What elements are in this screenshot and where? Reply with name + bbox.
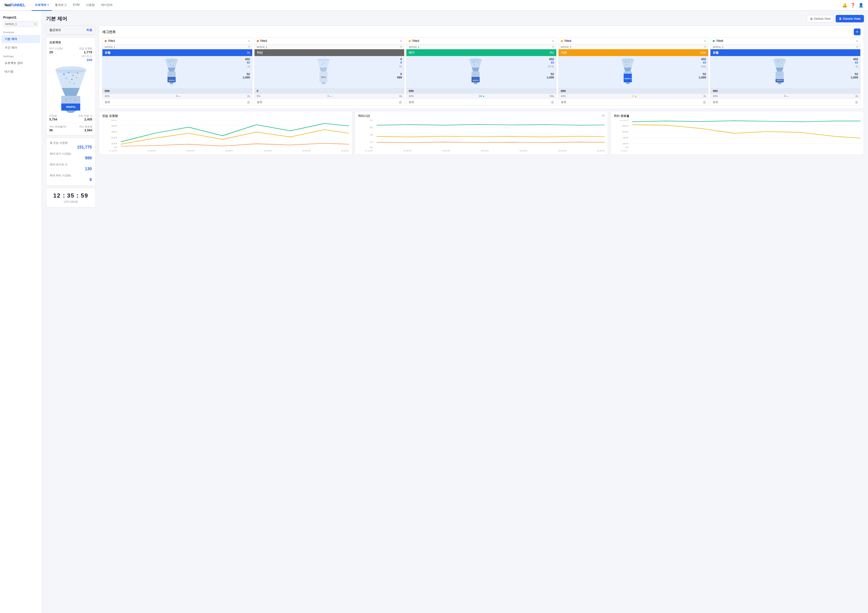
waiters-value: 103 [79, 58, 92, 62]
title1-copy-icon[interactable]: ⧉ [248, 40, 250, 42]
user-icon[interactable]: 👤 [859, 3, 863, 8]
title3-dot [409, 40, 411, 42]
max-wait-time-value: 988 [50, 156, 92, 161]
svg-text:80: 80 [623, 125, 629, 127]
title5-queue-val: 999 [713, 89, 718, 93]
svg-text:60: 60 [623, 130, 629, 133]
title2-service: serivce_1 [257, 45, 267, 48]
title1-delete[interactable]: 🗑 [247, 101, 250, 104]
title2-delete[interactable]: 🗑 [399, 101, 402, 104]
svg-point-29 [171, 74, 172, 75]
title3-service-copy[interactable]: ⧉ [552, 45, 554, 48]
svg-point-30 [173, 73, 174, 74]
nav-item-eum[interactable]: EUM [70, 0, 83, 11]
svg-point-23 [174, 62, 174, 63]
content-area: 기본 제어 ⊞ Default View ⧗ Classic View 접 [42, 11, 868, 613]
svg-point-47 [474, 73, 474, 74]
title2-top-num-blue: 0 [392, 61, 402, 64]
title2-copy-icon[interactable]: ⧉ [400, 40, 402, 42]
title3-delete[interactable]: 🗑 [551, 101, 554, 104]
bell-icon[interactable]: 🔔 [842, 3, 847, 8]
svg-text:2: 2 [370, 141, 373, 143]
svg-text:40: 40 [111, 125, 117, 127]
default-view-btn[interactable]: ⊞ Default View [807, 15, 834, 22]
svg-point-59 [778, 62, 778, 62]
svg-text:0: 0 [114, 146, 117, 149]
title5-copy-icon[interactable]: ⧉ [856, 40, 858, 42]
sidebar-item-basic-control[interactable]: 기본 제어 [2, 35, 40, 43]
title3-status-time: 85s [550, 51, 554, 54]
wait-time-value: 25 [49, 50, 63, 54]
title5-service-copy[interactable]: ⧉ [856, 45, 858, 48]
access-mode-label: 접근모드 [49, 28, 61, 32]
svg-point-41 [473, 62, 474, 62]
chart2-area: 8 6 4 2 0 [358, 120, 605, 149]
title5-delete[interactable]: 🗑 [855, 101, 858, 104]
svg-text:4(10%): 4(10%) [169, 79, 175, 81]
title4-status: 지연 [561, 51, 567, 55]
svg-point-36 [323, 63, 324, 63]
svg-point-4 [77, 73, 78, 74]
sidebar-item-waiting-room[interactable]: 대기창 [2, 68, 40, 76]
title2-setting[interactable]: 설정 [257, 100, 262, 104]
page-header: 기본 제어 ⊞ Default View ⧗ Classic View [46, 15, 864, 22]
grid-icon: ⊞ [810, 17, 813, 20]
nav-item-projects[interactable]: 프로젝트 ▾ [32, 0, 52, 11]
summary-row-maxwaiters: 최대 대기자 수 130 [50, 163, 92, 171]
chart2-svg: 8 6 4 2 0 [358, 120, 605, 149]
entry-value: 5,754 [49, 118, 57, 121]
title4-status-time: 103s [700, 51, 706, 54]
sidebar-section-controls: Controls [0, 29, 42, 35]
add-segment-btn[interactable]: + [854, 28, 860, 35]
svg-point-15 [75, 100, 76, 101]
title1-service-copy[interactable]: ⧉ [248, 45, 250, 48]
summary-row-total: 총 진입 요청량 151,775 [50, 141, 92, 150]
svg-point-9 [74, 83, 75, 84]
summary-row-maxprocess: 최대 처리 시간(s) 8 [50, 173, 92, 182]
two-col-layout: 접근모드 허용 프로젝트 대기 시간(s) 25 진입 요청량 [46, 26, 864, 207]
right-panel: 세그먼트 + Title1 ⧉ s [99, 26, 864, 155]
title3-copy-icon[interactable]: ⧉ [552, 40, 554, 42]
svg-point-1 [63, 74, 65, 75]
title5-setting[interactable]: 설정 [713, 100, 718, 104]
title2-mid-num: 0 [392, 72, 402, 76]
svg-point-53 [626, 64, 627, 65]
segment-title: 세그먼트 [102, 30, 116, 34]
title1-pct: 24% [105, 95, 110, 98]
sidebar-item-project-management[interactable]: 프로젝트 관리 [2, 59, 40, 67]
header-icons: 🔔 ❓ 👤 [842, 3, 863, 8]
seg-funnel-svg-4: 99(60%) [620, 57, 636, 87]
clock-time: 12：35：59 [50, 192, 92, 200]
title4-setting[interactable]: 설정 [561, 100, 566, 104]
chart1-svg: 50 40 30 20 10 0 [102, 120, 349, 149]
title4-copy-icon[interactable]: ⧉ [704, 40, 706, 42]
title1-setting[interactable]: 설정 [105, 100, 110, 104]
classic-view-btn[interactable]: ⧗ Classic View [835, 15, 864, 22]
nav-item-statslog[interactable]: 통계로그 [52, 0, 70, 11]
max-waiters-label: 최대 대기자 수 [50, 163, 92, 167]
help-icon[interactable]: ❓ [850, 3, 856, 8]
title2-diff: 0 — [327, 95, 332, 98]
svg-text:50: 50 [111, 120, 117, 121]
nav-item-usage[interactable]: 사용량 [83, 0, 98, 11]
title2-service-copy[interactable]: ⧉ [400, 45, 402, 48]
copy-icon[interactable]: ⧉ [34, 22, 36, 26]
entry-allow-value: 2,405 [78, 118, 92, 121]
seg-funnel-svg-2: 0(0%) [316, 57, 332, 87]
svg-text:99(60%): 99(60%) [66, 105, 76, 108]
title3-setting[interactable]: 설정 [409, 100, 414, 104]
nav-item-agent[interactable]: 에이전트 [98, 0, 116, 11]
title1-top-num-blue: 43 [240, 61, 250, 64]
title4-delete[interactable]: 🗑 [703, 101, 706, 104]
svg-point-51 [625, 62, 626, 62]
sidebar-item-interval-control[interactable]: 구간 제어 [2, 43, 40, 52]
title4-service-copy[interactable]: ⧉ [704, 45, 706, 48]
title3-pct: 24% [409, 95, 414, 98]
title3-mid-num2: 1,000 [544, 76, 554, 79]
title4-dot [561, 40, 563, 42]
chart1-area: 50 40 30 20 10 0 [102, 120, 349, 149]
svg-text:0(0%): 0(0%) [321, 76, 326, 78]
title3-top-num: 432 [544, 57, 554, 61]
title1-queue-val: 999 [105, 89, 110, 93]
svg-text:30: 30 [111, 130, 117, 133]
